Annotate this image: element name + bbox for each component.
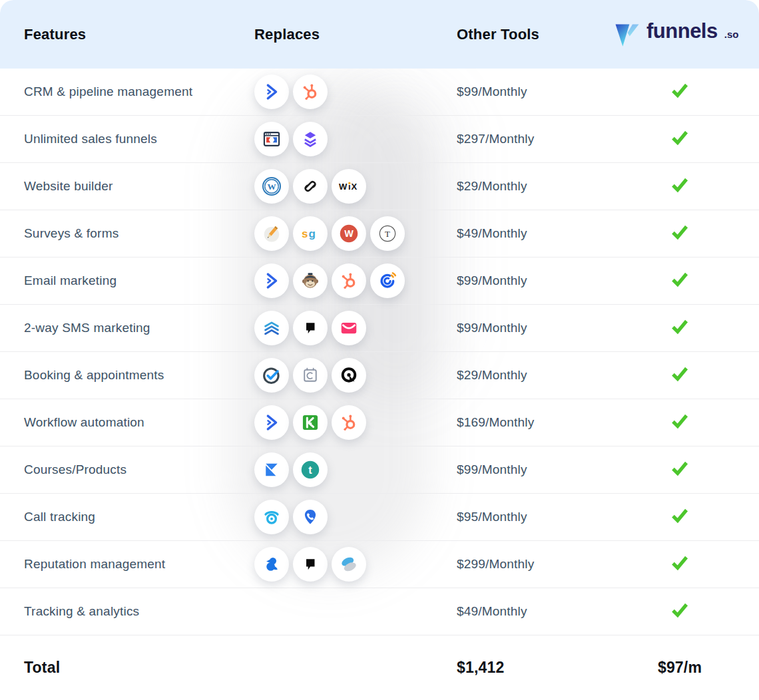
svg-text:X: X bbox=[352, 182, 358, 192]
funnels-included-cell bbox=[670, 413, 690, 433]
funnels-included-cell bbox=[670, 224, 690, 244]
funnels-included-cell bbox=[670, 82, 690, 102]
pencil-form-icon bbox=[254, 216, 289, 251]
funnels-included-cell bbox=[670, 602, 690, 621]
feature-label: Reputation management bbox=[24, 557, 254, 572]
funnels-included-cell bbox=[670, 176, 690, 196]
keap-icon bbox=[293, 405, 328, 440]
check-icon bbox=[670, 224, 690, 244]
total-label: Total bbox=[24, 659, 254, 677]
table-row: Email marketing $99/Monthly bbox=[0, 258, 759, 305]
replaced-tools-group bbox=[254, 311, 457, 345]
callrail-icon bbox=[254, 500, 289, 534]
svg-text:T: T bbox=[385, 230, 390, 239]
constant-contact-icon bbox=[370, 263, 405, 298]
svg-text:s: s bbox=[302, 228, 308, 240]
stacked-chevrons-icon bbox=[254, 311, 289, 345]
replaced-tools-group: WWıX bbox=[254, 169, 457, 204]
check-circle-icon bbox=[254, 358, 289, 393]
table-row: Courses/Products t $99/Monthly bbox=[0, 446, 759, 494]
wix-icon: WıX bbox=[332, 169, 366, 204]
feature-label: Email marketing bbox=[24, 273, 254, 288]
check-icon bbox=[670, 413, 690, 433]
feature-label: Unlimited sales funnels bbox=[24, 132, 254, 146]
podium-icon bbox=[293, 311, 328, 345]
replaced-tools-group bbox=[254, 263, 457, 298]
other-tools-total: $1,412 bbox=[457, 659, 614, 677]
funnels-total: $97/m bbox=[658, 659, 702, 677]
kajabi-icon bbox=[254, 452, 289, 487]
acuity-icon bbox=[332, 358, 366, 393]
other-tools-price: $49/Monthly bbox=[457, 226, 614, 241]
other-tools-price: $49/Monthly bbox=[457, 604, 614, 619]
podium-icon bbox=[293, 547, 328, 582]
activecampaign-icon bbox=[254, 75, 289, 109]
feature-label: CRM & pipeline management bbox=[24, 85, 254, 99]
funnels-included-cell bbox=[670, 271, 690, 291]
check-icon bbox=[670, 176, 690, 196]
feature-label: Tracking & analytics bbox=[24, 604, 254, 619]
other-tools-price: $29/Monthly bbox=[457, 179, 614, 194]
replaced-tools-group bbox=[254, 75, 457, 109]
hubspot-icon bbox=[332, 405, 366, 440]
funnels-included-cell bbox=[670, 507, 690, 527]
pink-mail-icon bbox=[332, 311, 366, 345]
squarespace-icon bbox=[293, 169, 328, 204]
replaced-tools-group: t bbox=[254, 452, 457, 487]
activecampaign-icon bbox=[254, 263, 289, 298]
funnels-included-cell bbox=[670, 318, 690, 338]
phone-pin-icon bbox=[293, 500, 328, 534]
funnels-included-cell bbox=[670, 129, 690, 149]
column-header-other-tools: Other Tools bbox=[457, 26, 614, 43]
funnel-icon bbox=[614, 22, 640, 53]
mailchimp-icon bbox=[293, 263, 328, 298]
table-row: Call tracking $95/Monthly bbox=[0, 494, 759, 541]
table-row: Booking & appointments $29/Monthly bbox=[0, 352, 759, 399]
feature-label: Booking & appointments bbox=[24, 368, 254, 383]
svg-text:W: W bbox=[339, 182, 348, 192]
replaced-tools-group bbox=[254, 122, 457, 156]
replaced-tools-group: sgWT bbox=[254, 216, 457, 251]
other-tools-price: $29/Monthly bbox=[457, 368, 614, 383]
total-row: Total $1,412 $97/m bbox=[0, 635, 759, 699]
table-row: CRM & pipeline management $99/Monthly bbox=[0, 69, 759, 116]
other-tools-price: $99/Monthly bbox=[457, 462, 614, 477]
comparison-table: Features Replaces Other Tools bbox=[0, 0, 759, 700]
clickfunnels-icon bbox=[254, 122, 289, 156]
table-row: Unlimited sales funnels $297/Monthly bbox=[0, 116, 759, 163]
table-row: Website builder WWıX $29/Monthly bbox=[0, 163, 759, 210]
replaced-tools-group bbox=[254, 358, 457, 393]
feature-label: Courses/Products bbox=[24, 462, 254, 477]
wufoo-icon: W bbox=[332, 216, 366, 251]
funnels-included-cell bbox=[670, 460, 690, 480]
typeform-icon: T bbox=[370, 216, 405, 251]
table-row: Reputation management $299/Monthly bbox=[0, 541, 759, 588]
funnels-included-cell bbox=[670, 365, 690, 385]
check-icon bbox=[670, 82, 690, 102]
feature-label: Workflow automation bbox=[24, 415, 254, 430]
calendar-icon bbox=[293, 358, 328, 393]
teachable-icon: t bbox=[293, 452, 328, 487]
other-tools-price: $95/Monthly bbox=[457, 510, 614, 524]
replaced-tools-group bbox=[254, 500, 457, 534]
hubspot-icon bbox=[332, 263, 366, 298]
column-header-replaces: Replaces bbox=[254, 26, 457, 43]
birdeye-icon bbox=[254, 547, 289, 582]
other-tools-price: $99/Monthly bbox=[457, 85, 614, 99]
other-tools-price: $297/Monthly bbox=[457, 132, 614, 146]
surveygizmo-icon: sg bbox=[293, 216, 328, 251]
table-row: 2-way SMS marketing $99/Monthly bbox=[0, 305, 759, 352]
check-icon bbox=[670, 554, 690, 574]
svg-text:g: g bbox=[309, 228, 316, 240]
check-icon bbox=[670, 460, 690, 480]
feature-label: Surveys & forms bbox=[24, 226, 254, 241]
svg-text:W: W bbox=[344, 228, 354, 239]
other-tools-price: $169/Monthly bbox=[457, 415, 614, 430]
other-tools-price: $299/Monthly bbox=[457, 557, 614, 572]
feature-label: Call tracking bbox=[24, 510, 254, 524]
feature-label: Website builder bbox=[24, 179, 254, 194]
table-row: Workflow automation $169/Monthly bbox=[0, 399, 759, 446]
svg-text:t: t bbox=[308, 464, 312, 476]
wordpress-icon: W bbox=[254, 169, 289, 204]
check-icon bbox=[670, 129, 690, 149]
